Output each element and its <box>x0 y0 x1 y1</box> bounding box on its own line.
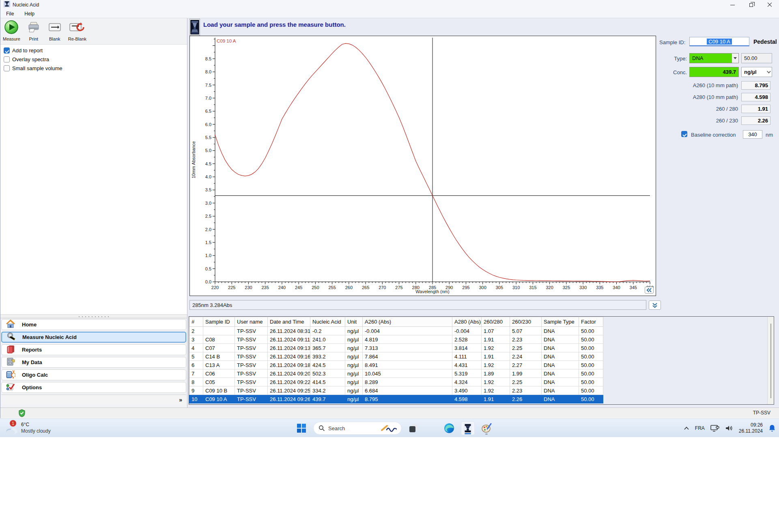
svg-text:250: 250 <box>312 285 319 290</box>
column-header[interactable]: Factor <box>579 317 603 327</box>
checkbox-unchecked-icon[interactable] <box>4 65 10 71</box>
small-sample-volume-checkbox[interactable]: Small sample volume <box>4 65 62 71</box>
table-cell: C14 B <box>203 352 235 361</box>
nucleic-acid-app-button[interactable] <box>461 421 475 435</box>
chevron-up-icon[interactable] <box>684 426 689 430</box>
column-header[interactable]: 260/280 <box>482 317 510 327</box>
table-row[interactable]: 10C09 10 ATP-SSV26.11.2024 09:26439.7ng/… <box>189 395 603 403</box>
metric-row: A280 (10 mm path)4.598 <box>658 93 779 102</box>
svg-text:230: 230 <box>245 285 252 290</box>
table-cell: 1.92 <box>482 378 510 386</box>
network-icon[interactable] <box>710 425 719 432</box>
table-cell: 5.319 <box>452 369 482 378</box>
column-header[interactable]: 260/230 <box>510 317 542 327</box>
edge-browser-button[interactable] <box>442 421 456 435</box>
sidebar-item-my-data[interactable]: My Data <box>1 357 186 368</box>
table-row[interactable]: 5C14 BTP-SSV26.11.2024 09:16393.2ng/µl7.… <box>189 352 603 361</box>
table-cell: 5 <box>189 352 203 361</box>
column-header[interactable]: A260 (Abs) <box>363 317 452 327</box>
table-row[interactable]: 7C06TP-SSV26.11.2024 09:20502.3ng/µl10.0… <box>189 369 603 378</box>
table-cell: C13 A <box>203 361 235 369</box>
checkbox-checked-icon[interactable] <box>4 47 10 54</box>
minimize-button[interactable] <box>723 0 742 10</box>
type-dropdown[interactable]: DNA <box>689 53 739 63</box>
column-header[interactable]: Sample Type <box>542 317 579 327</box>
weather-widget[interactable]: 1 6°C Mostly cloudy <box>3 420 76 437</box>
speaker-icon[interactable] <box>725 425 733 431</box>
scrollbar-thumb[interactable] <box>770 324 771 398</box>
table-cell: 1.07 <box>482 327 510 335</box>
menu-help[interactable]: Help <box>24 11 34 17</box>
sidebar-item-measure-nucleic-acid[interactable]: Measure Nucleic Acid <box>1 332 186 343</box>
table-row[interactable]: 2TP-SSV26.11.2024 08:31-0.2ng/µl-0.004-0… <box>189 327 603 335</box>
add-to-report-checkbox[interactable]: Add to report <box>4 47 62 54</box>
checkbox-unchecked-icon[interactable] <box>4 56 10 62</box>
svg-text:315: 315 <box>529 285 536 290</box>
table-cell: C08 <box>203 335 235 344</box>
column-header[interactable]: Date and Time <box>268 317 310 327</box>
measure-button[interactable]: Measure <box>3 20 20 41</box>
re-blank-button[interactable]: Re-Blank <box>68 20 86 41</box>
paint-app-button[interactable] <box>480 421 493 435</box>
table-row[interactable]: 3C08TP-SSV26.11.2024 09:11241.0ng/µl4.81… <box>189 335 603 344</box>
svg-text:305: 305 <box>496 285 503 290</box>
chart-collapse-button[interactable] <box>645 287 654 294</box>
readout-expand-button[interactable] <box>649 300 661 310</box>
sidebar-item-home[interactable]: Home <box>1 319 186 330</box>
toolbar-button-label: Print <box>29 36 38 41</box>
start-button[interactable] <box>295 421 308 435</box>
sidebar-item-label: Oligo Calc <box>22 372 48 378</box>
checkbox-label: Small sample volume <box>12 65 62 71</box>
table-cell: 50.00 <box>579 352 603 361</box>
table-cell: 9 <box>189 386 203 395</box>
windows-logo-icon <box>297 424 306 433</box>
column-header[interactable]: Nucleic Acid <box>310 317 345 327</box>
table-row[interactable]: 8C05TP-SSV26.11.2024 09:22414.5ng/µl8.28… <box>189 378 603 386</box>
table-cell: -0.004 <box>363 327 452 335</box>
table-cell: TP-SSV <box>235 344 268 352</box>
baseline-checkbox[interactable] <box>681 131 687 137</box>
table-row[interactable]: 6C13 ATP-SSV26.11.2024 09:18424.5ng/µl8.… <box>189 361 603 369</box>
task-view-button[interactable] <box>407 421 420 435</box>
notification-bell-icon[interactable] <box>768 424 776 432</box>
column-header[interactable]: Sample ID <box>203 317 235 327</box>
table-scrollbar[interactable] <box>767 317 774 404</box>
column-header[interactable]: Unit <box>345 317 363 327</box>
sidebar-item-options[interactable]: Options <box>1 382 186 393</box>
search-box[interactable]: Search <box>313 422 402 435</box>
baseline-wavelength-field[interactable]: 340 <box>743 130 762 139</box>
restore-button[interactable] <box>742 0 760 10</box>
sidebar-item-oligo-calc[interactable]: Oligo Calc <box>1 369 186 380</box>
cloud-icon <box>5 425 19 435</box>
overlay-spectra-checkbox[interactable]: Overlay spectra <box>4 56 62 62</box>
table-cell: 1.92 <box>482 361 510 369</box>
close-button[interactable] <box>760 0 779 10</box>
panel-splitter[interactable] <box>0 314 187 318</box>
sidebar-collapse-bar[interactable]: » <box>1 395 186 405</box>
clock[interactable]: 09:26 26.11.2024 <box>739 422 763 434</box>
metric-value: 4.598 <box>741 93 770 101</box>
menu-file[interactable]: File <box>6 11 14 17</box>
sidebar-item-reports[interactable]: Reports <box>1 344 186 355</box>
chevron-right-double-icon: » <box>179 397 182 403</box>
language-indicator[interactable]: FRA <box>695 425 705 431</box>
column-header[interactable]: A280 (Abs) <box>452 317 482 327</box>
table-row[interactable]: 9C09 10 BTP-SSV26.11.2024 09:25334.2ng/µ… <box>189 386 603 395</box>
paint-icon <box>481 423 492 433</box>
table-cell: 1.91 <box>482 352 510 361</box>
app-icon <box>4 1 10 9</box>
table-row[interactable]: 4C07TP-SSV26.11.2024 09:13365.7ng/µl7.31… <box>189 344 603 352</box>
table-cell: 334.2 <box>310 386 345 395</box>
table-cell: 7.864 <box>363 352 452 361</box>
svg-text:240: 240 <box>278 285 286 290</box>
print-button[interactable]: Print <box>26 20 41 41</box>
app-status-bar: TP-SSV <box>0 408 779 418</box>
sample-id-input[interactable]: C09 10 A <box>689 37 749 46</box>
column-header[interactable]: # <box>189 317 203 327</box>
table-cell: 7.313 <box>363 344 452 352</box>
blank-button[interactable]: Blank <box>47 20 62 41</box>
unit-dropdown[interactable]: ng/µl <box>741 67 772 77</box>
factor-field[interactable]: 50.00 <box>741 53 772 63</box>
column-header[interactable]: User name <box>235 317 268 327</box>
home-icon <box>6 320 15 330</box>
